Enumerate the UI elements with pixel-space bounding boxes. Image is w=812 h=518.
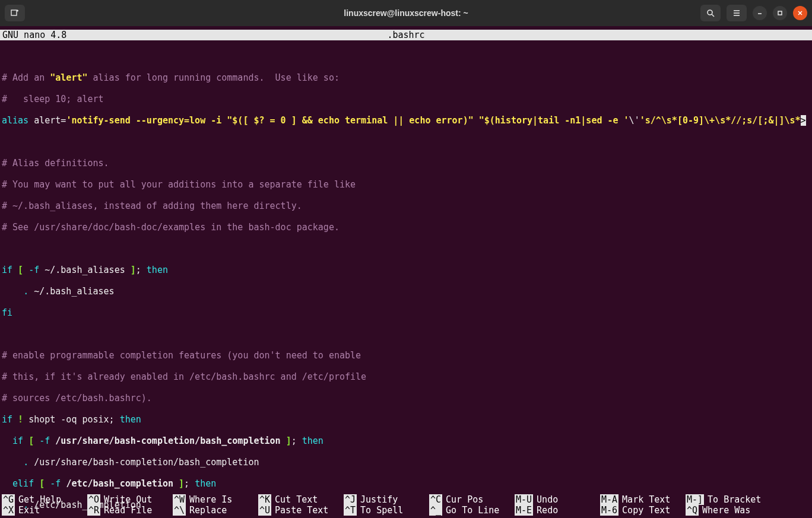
svg-line-2 — [712, 14, 714, 17]
window-title: linuxscrew@linuxscrew-host: ~ — [344, 8, 468, 18]
help-label: Copy Text — [622, 505, 670, 516]
help-item: ^WWhere Is — [173, 494, 258, 505]
code-line: # sleep 10; alert — [2, 94, 810, 104]
help-key: ^X — [2, 505, 15, 516]
help-item: ^RRead File — [87, 505, 173, 516]
code-line: elif [ -f /etc/bash_completion ]; then — [2, 478, 810, 489]
help-item: ^JJustify — [344, 494, 429, 505]
search-icon — [706, 9, 715, 17]
help-label: Write Out — [104, 494, 152, 505]
code-line: # See /usr/share/doc/bash-doc/examples i… — [2, 222, 810, 233]
help-item: ^CCur Pos — [429, 494, 515, 505]
code-line: # sources /etc/bash.bashrc). — [2, 393, 810, 403]
help-key: ^G — [2, 494, 15, 505]
code-line: # Add an "alert" alias for long running … — [2, 72, 810, 83]
nano-app-name: GNU nano 4.8 — [2, 30, 66, 40]
menu-button[interactable] — [727, 5, 747, 21]
help-label: Cur Pos — [446, 494, 483, 505]
help-key: ^\ — [173, 505, 186, 516]
help-key: ^J — [344, 494, 357, 505]
svg-rect-0 — [11, 10, 17, 15]
help-label: Paste Text — [275, 505, 328, 516]
help-key: ^Q — [686, 505, 699, 516]
close-icon — [797, 10, 803, 16]
code-line: if ! shopt -oq posix; then — [2, 414, 810, 425]
help-key: ^K — [258, 494, 271, 505]
minimize-button[interactable] — [753, 6, 767, 20]
help-key: M-U — [515, 494, 533, 505]
code-line: # this, if it's already enabled in /etc/… — [2, 371, 810, 382]
minimize-icon — [757, 10, 763, 16]
help-label: To Bracket — [708, 494, 761, 505]
help-label: Replace — [189, 505, 227, 516]
maximize-icon — [777, 10, 783, 16]
code-line: fi — [2, 307, 810, 318]
code-line: # You may want to put all your additions… — [2, 179, 810, 190]
help-item: ^UPaste Text — [258, 505, 344, 516]
help-item: ^_Go To Line — [429, 505, 515, 516]
code-line: alias alert='notify-send --urgency=low -… — [2, 115, 810, 126]
code-line: # Alias definitions. — [2, 158, 810, 169]
help-item: ^KCut Text — [258, 494, 344, 505]
code-line: . /usr/share/bash-completion/bash_comple… — [2, 457, 810, 468]
svg-point-1 — [708, 10, 712, 15]
nano-helpbar: ^GGet Help^OWrite Out^WWhere Is^KCut Tex… — [0, 494, 812, 518]
code-line: # ~/.bash_aliases, instead of adding the… — [2, 201, 810, 211]
help-item: ^TTo Spell — [344, 505, 429, 516]
help-key: M-] — [686, 494, 704, 505]
help-item: M-UUndo — [515, 494, 600, 505]
search-button[interactable] — [700, 5, 721, 21]
help-key: M-A — [600, 494, 618, 505]
code-line: . ~/.bash_aliases — [2, 286, 810, 297]
help-item: ^GGet Help — [2, 494, 87, 505]
help-item: M-6Copy Text — [600, 505, 686, 516]
nano-header: GNU nano 4.8 .bashrc — [0, 30, 812, 40]
help-label: Undo — [537, 494, 558, 505]
editor-area[interactable]: # Add an "alert" alias for long running … — [0, 40, 812, 518]
help-label: Read File — [104, 505, 152, 516]
maximize-button[interactable] — [773, 6, 787, 20]
hamburger-icon — [732, 9, 741, 17]
help-label: Exit — [18, 505, 40, 516]
help-label: Redo — [537, 505, 558, 516]
help-item: ^\Replace — [173, 505, 258, 516]
help-item: M-AMark Text — [600, 494, 686, 505]
help-item: ^OWrite Out — [87, 494, 173, 505]
new-tab-button[interactable] — [5, 5, 25, 21]
help-key: M-E — [515, 505, 533, 516]
help-label: Get Help — [18, 494, 61, 505]
help-key: ^T — [344, 505, 357, 516]
help-key: ^U — [258, 505, 271, 516]
help-label: Justify — [360, 494, 398, 505]
help-key: ^_ — [429, 505, 442, 516]
help-key: ^W — [173, 494, 186, 505]
close-button[interactable] — [793, 6, 807, 20]
help-key: M-6 — [600, 505, 618, 516]
nano-filename: .bashrc — [387, 30, 424, 40]
window-titlebar: linuxscrew@linuxscrew-host: ~ — [0, 0, 812, 26]
help-key: ^R — [87, 505, 100, 516]
help-label: Where Is — [189, 494, 232, 505]
help-label: Where Was — [702, 505, 750, 516]
help-label: Mark Text — [622, 494, 670, 505]
help-item: ^XExit — [2, 505, 87, 516]
help-key: ^O — [87, 494, 100, 505]
help-label: To Spell — [360, 505, 403, 516]
code-line: if [ -f /usr/share/bash-completion/bash_… — [2, 436, 810, 446]
svg-rect-7 — [778, 11, 782, 15]
help-item: M-ERedo — [515, 505, 600, 516]
help-label: Go To Line — [446, 505, 499, 516]
help-item: ^QWhere Was — [686, 505, 771, 516]
help-item: M-]To Bracket — [686, 494, 771, 505]
code-line: # enable programmable completion feature… — [2, 350, 810, 361]
help-label: Cut Text — [275, 494, 318, 505]
code-line: if [ -f ~/.bash_aliases ]; then — [2, 265, 810, 275]
help-key: ^C — [429, 494, 442, 505]
